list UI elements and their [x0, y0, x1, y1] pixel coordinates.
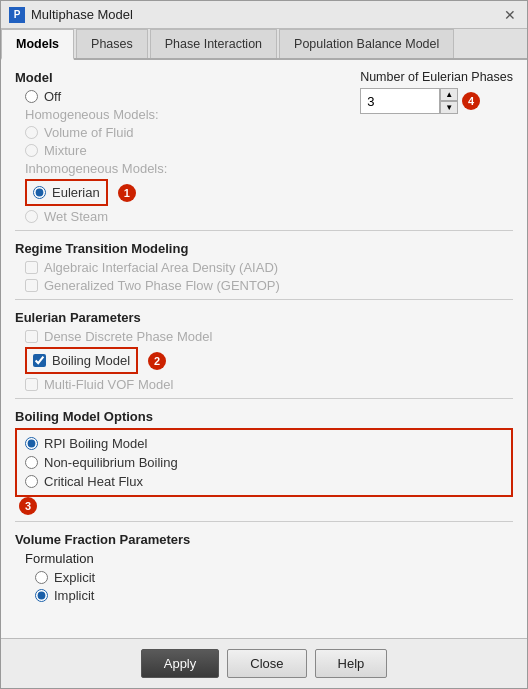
dense-check-item[interactable]: Dense Discrete Phase Model	[25, 329, 513, 344]
mixture-label: Mixture	[44, 143, 87, 158]
homogeneous-label-item: Homogeneous Models:	[25, 107, 353, 122]
formulation-label: Formulation	[25, 551, 513, 566]
num-phases-input[interactable]	[360, 88, 440, 114]
tab-bar: Models Phases Phase Interaction Populati…	[1, 29, 527, 60]
num-phases-down-btn[interactable]: ▼	[440, 101, 458, 114]
divider-2	[15, 299, 513, 300]
volume-of-fluid-radio[interactable]	[25, 126, 38, 139]
off-radio[interactable]	[25, 90, 38, 103]
boiling-checkbox[interactable]	[33, 354, 46, 367]
badge-3: 3	[19, 497, 37, 515]
multiphase-model-window: P Multiphase Model ✕ Models Phases Phase…	[0, 0, 528, 689]
model-section-label: Model	[15, 70, 353, 85]
close-button[interactable]: ✕	[501, 6, 519, 24]
multi-fluid-label: Multi-Fluid VOF Model	[44, 377, 173, 392]
volume-of-fluid-radio-item[interactable]: Volume of Fluid	[25, 125, 353, 140]
num-phases-spinner: ▲ ▼	[440, 88, 458, 114]
formulation-section: Formulation Explicit Implicit	[15, 551, 513, 603]
homogeneous-label: Homogeneous Models:	[25, 107, 159, 122]
volume-fraction-label: Volume Fraction Parameters	[15, 532, 513, 547]
wet-steam-radio[interactable]	[25, 210, 38, 223]
num-phases-label: Number of Eulerian Phases	[360, 70, 513, 84]
badge-1: 1	[118, 184, 136, 202]
mixture-radio[interactable]	[25, 144, 38, 157]
wet-steam-radio-item[interactable]: Wet Steam	[25, 209, 353, 224]
critical-label: Critical Heat Flux	[44, 474, 143, 489]
content-area: Model Off Homogeneous Models: Volume of …	[1, 60, 527, 638]
badge-4: 4	[462, 92, 480, 110]
critical-radio-item[interactable]: Critical Heat Flux	[25, 474, 503, 489]
eulerian-params-label: Eulerian Parameters	[15, 310, 513, 325]
critical-radio[interactable]	[25, 475, 38, 488]
window-icon: P	[9, 7, 25, 23]
badge-2: 2	[148, 352, 166, 370]
rpi-radio[interactable]	[25, 437, 38, 450]
inhomogeneous-label: Inhomogeneous Models:	[25, 161, 167, 176]
non-eq-radio[interactable]	[25, 456, 38, 469]
formulation-radio-group: Explicit Implicit	[25, 570, 513, 603]
implicit-radio[interactable]	[35, 589, 48, 602]
help-button[interactable]: Help	[315, 649, 388, 678]
divider-4	[15, 521, 513, 522]
eulerian-radio[interactable]	[33, 186, 46, 199]
boiling-check-item[interactable]: Boiling Model 2	[25, 347, 513, 374]
explicit-radio[interactable]	[35, 571, 48, 584]
divider-1	[15, 230, 513, 231]
apply-button[interactable]: Apply	[141, 649, 220, 678]
aiad-check-item[interactable]: Algebraic Interfacial Area Density (AIAD…	[25, 260, 513, 275]
eulerian-label: Eulerian	[52, 185, 100, 200]
gentop-label: Generalized Two Phase Flow (GENTOP)	[44, 278, 280, 293]
divider-3	[15, 398, 513, 399]
num-phases-up-btn[interactable]: ▲	[440, 88, 458, 101]
footer: Apply Close Help	[1, 638, 527, 688]
eulerian-highlight-box: Eulerian	[25, 179, 108, 206]
non-eq-radio-item[interactable]: Non-equilibrium Boiling	[25, 455, 503, 470]
wet-steam-label: Wet Steam	[44, 209, 108, 224]
gentop-check-item[interactable]: Generalized Two Phase Flow (GENTOP)	[25, 278, 513, 293]
explicit-label: Explicit	[54, 570, 95, 585]
off-label: Off	[44, 89, 61, 104]
regime-check-group: Algebraic Interfacial Area Density (AIAD…	[15, 260, 513, 293]
window-title: Multiphase Model	[31, 7, 501, 22]
num-phases-box: Number of Eulerian Phases ▲ ▼ 4	[360, 70, 513, 114]
rpi-label: RPI Boiling Model	[44, 436, 147, 451]
mixture-radio-item[interactable]: Mixture	[25, 143, 353, 158]
aiad-checkbox[interactable]	[25, 261, 38, 274]
model-radio-group: Off Homogeneous Models: Volume of Fluid …	[15, 89, 353, 224]
explicit-radio-item[interactable]: Explicit	[35, 570, 513, 585]
non-eq-label: Non-equilibrium Boiling	[44, 455, 178, 470]
boiling-label: Boiling Model	[52, 353, 130, 368]
off-radio-item[interactable]: Off	[25, 89, 353, 104]
implicit-label: Implicit	[54, 588, 94, 603]
close-button[interactable]: Close	[227, 649, 306, 678]
dense-checkbox[interactable]	[25, 330, 38, 343]
eulerian-params-check-group: Dense Discrete Phase Model Boiling Model…	[15, 329, 513, 392]
tab-phases[interactable]: Phases	[76, 29, 148, 58]
tab-phase-interaction[interactable]: Phase Interaction	[150, 29, 277, 58]
rpi-radio-item[interactable]: RPI Boiling Model	[25, 436, 503, 451]
implicit-radio-item[interactable]: Implicit	[35, 588, 513, 603]
regime-section-label: Regime Transition Modeling	[15, 241, 513, 256]
num-phases-input-row: ▲ ▼ 4	[360, 88, 480, 114]
boiling-options-label: Boiling Model Options	[15, 409, 513, 424]
dense-label: Dense Discrete Phase Model	[44, 329, 212, 344]
multi-fluid-check-item[interactable]: Multi-Fluid VOF Model	[25, 377, 513, 392]
volume-of-fluid-label: Volume of Fluid	[44, 125, 134, 140]
boiling-highlight-box: Boiling Model	[25, 347, 138, 374]
title-bar: P Multiphase Model ✕	[1, 1, 527, 29]
eulerian-radio-item[interactable]: Eulerian 1	[25, 179, 353, 206]
tab-models[interactable]: Models	[1, 29, 74, 60]
gentop-checkbox[interactable]	[25, 279, 38, 292]
inhomogeneous-label-item: Inhomogeneous Models:	[25, 161, 353, 176]
boiling-options-box: RPI Boiling Model Non-equilibrium Boilin…	[15, 428, 513, 497]
aiad-label: Algebraic Interfacial Area Density (AIAD…	[44, 260, 278, 275]
tab-population-balance[interactable]: Population Balance Model	[279, 29, 454, 58]
multi-fluid-checkbox[interactable]	[25, 378, 38, 391]
